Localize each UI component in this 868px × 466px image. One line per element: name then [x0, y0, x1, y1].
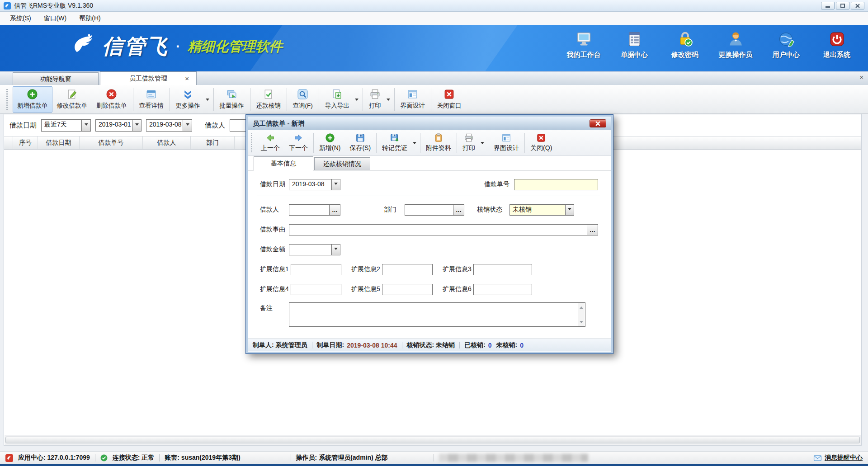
- redacted-text: [439, 454, 588, 462]
- chevron-down-icon: [568, 208, 571, 212]
- ext5-input[interactable]: [382, 284, 433, 295]
- window-titlebar: 信管飞RMS专业版 V9.1.360: [0, 0, 868, 12]
- dialog-title: 员工借款单 - 新增: [253, 119, 304, 128]
- dialog-ui-design-button[interactable]: 界面设计: [489, 131, 524, 155]
- ext6-input[interactable]: [473, 284, 532, 295]
- batch-actions-button[interactable]: 批量操作: [215, 86, 249, 113]
- column-header-borrower[interactable]: 借款人: [143, 137, 191, 149]
- reason-browse-button[interactable]: …: [587, 224, 598, 235]
- print-main[interactable]: 打印: [364, 86, 386, 113]
- dropdown-caret-icon[interactable]: [355, 99, 359, 103]
- add-loan-button[interactable]: 新增借款单: [13, 86, 52, 113]
- tabstrip-close-icon[interactable]: ×: [859, 73, 863, 81]
- ui-design-button[interactable]: 界面设计: [396, 86, 429, 113]
- dialog-print-main[interactable]: 打印: [458, 131, 480, 155]
- add-icon: [27, 89, 38, 100]
- post-voucher-button[interactable]: 转记凭证: [377, 131, 419, 155]
- remark-scrollbar[interactable]: [578, 303, 585, 326]
- dialog-close-toolbar-button[interactable]: 关闭(Q): [526, 131, 557, 155]
- next-record-button[interactable]: 下一个: [284, 131, 312, 155]
- amount-select[interactable]: [289, 244, 340, 255]
- column-header-loan-date[interactable]: 借款日期: [38, 137, 80, 149]
- dropdown-caret-icon[interactable]: [481, 142, 484, 146]
- repayment-verify-button[interactable]: 还款核销: [252, 86, 285, 113]
- dropdown-caret-icon[interactable]: [413, 142, 416, 146]
- attachments-button[interactable]: 附件资料: [421, 131, 456, 155]
- more-actions-button[interactable]: 更多操作: [171, 86, 212, 113]
- department-input[interactable]: [405, 204, 453, 216]
- dropdown-caret-icon[interactable]: [206, 99, 209, 103]
- print-button[interactable]: 打印: [364, 86, 393, 113]
- remark-textarea[interactable]: [289, 302, 585, 327]
- dialog-add-button[interactable]: 新增(N): [315, 131, 345, 155]
- tab-basic-info[interactable]: 基本信息: [254, 156, 313, 170]
- tab-function-navigator[interactable]: 功能导航窗: [13, 72, 99, 85]
- column-header-seq[interactable]: 序号: [13, 137, 38, 149]
- date-to-select[interactable]: 2019-03-08: [146, 119, 192, 132]
- borrower-input[interactable]: [289, 204, 330, 216]
- status-separator: [159, 454, 160, 461]
- column-header-loan-no[interactable]: 借款单号: [80, 137, 143, 149]
- message-center-link[interactable]: 消息提醒中心: [813, 454, 863, 462]
- toolbar-separator: [420, 133, 420, 153]
- loan-date-select[interactable]: 2019-03-08: [289, 179, 340, 190]
- prev-record-button[interactable]: 上一个: [256, 131, 284, 155]
- reason-input[interactable]: [289, 224, 587, 235]
- menu-window[interactable]: 窗口(W): [38, 13, 72, 24]
- tab-repayment-verification[interactable]: 还款核销情况: [314, 157, 370, 170]
- column-header-department[interactable]: 部门: [191, 137, 235, 149]
- shortcut-change-password[interactable]: 修改密码: [665, 31, 704, 59]
- shortcut-exit-system[interactable]: 退出系统: [817, 31, 856, 59]
- import-export-button[interactable]: 导入导出: [321, 86, 361, 113]
- post-voucher-main[interactable]: 转记凭证: [377, 131, 412, 155]
- toolbar-item-label: 查看详情: [139, 102, 164, 110]
- query-button[interactable]: 查询(F): [288, 86, 317, 113]
- borrower-browse-button[interactable]: …: [330, 204, 340, 216]
- chevron-down-icon: [334, 183, 338, 187]
- menu-system[interactable]: 系统(S): [5, 13, 37, 24]
- close-window-button[interactable]: 关闭窗口: [433, 86, 466, 113]
- scroll-down-icon[interactable]: [580, 321, 583, 325]
- view-details-button[interactable]: 查看详情: [135, 86, 168, 113]
- dropdown-caret-icon[interactable]: [387, 99, 390, 103]
- combo-button[interactable]: [565, 205, 574, 215]
- shortcut-switch-operator[interactable]: 更换操作员: [716, 31, 755, 59]
- dialog-save-button[interactable]: 保存(S): [345, 131, 375, 155]
- ext3-input[interactable]: [473, 264, 532, 275]
- verify-check-icon: [263, 89, 274, 100]
- shortcut-document-center[interactable]: 单据中心: [615, 31, 654, 59]
- scroll-up-icon[interactable]: [580, 305, 583, 309]
- more-actions-main[interactable]: 更多操作: [171, 86, 205, 113]
- ext1-input[interactable]: [291, 264, 341, 275]
- combo-button[interactable]: [132, 120, 141, 131]
- maker-info: 制单人: 系统管理员: [253, 341, 307, 349]
- edit-loan-button[interactable]: 修改借款单: [52, 86, 92, 113]
- scrollbar-thumb[interactable]: [5, 437, 860, 443]
- ext4-input[interactable]: [291, 284, 341, 295]
- close-button[interactable]: [851, 2, 864, 9]
- menu-help[interactable]: 帮助(H): [74, 13, 106, 24]
- dialog-close-button[interactable]: [590, 119, 606, 127]
- ext2-input[interactable]: [382, 264, 433, 275]
- tab-employee-loan-management[interactable]: 员工借款管理 ×: [100, 71, 197, 85]
- department-browse-button[interactable]: …: [453, 204, 464, 216]
- shortcut-my-workbench[interactable]: 我的工作台: [564, 31, 603, 59]
- horizontal-scrollbar[interactable]: [5, 435, 861, 445]
- maximize-button[interactable]: [836, 2, 849, 9]
- delete-loan-button[interactable]: 删除借款单: [92, 86, 132, 113]
- tab-close-icon[interactable]: ×: [185, 75, 189, 82]
- shortcut-user-center[interactable]: 用户中心: [767, 31, 806, 59]
- combo-button[interactable]: [331, 245, 340, 255]
- combo-button[interactable]: [331, 179, 340, 190]
- toolbar-separator: [524, 133, 525, 153]
- date-preset-select[interactable]: 最近7天: [41, 119, 91, 132]
- toolbar-item-label: 上一个: [261, 144, 280, 152]
- import-export-main[interactable]: 导入导出: [321, 86, 354, 113]
- verify-status-select[interactable]: 未核销: [509, 204, 574, 216]
- date-from-select[interactable]: 2019-03-01: [95, 119, 142, 132]
- dialog-print-button[interactable]: 打印: [458, 131, 487, 155]
- combo-button[interactable]: [81, 120, 90, 131]
- combo-button[interactable]: [183, 120, 192, 131]
- minimize-button[interactable]: [821, 2, 835, 9]
- loan-no-input[interactable]: [514, 179, 598, 190]
